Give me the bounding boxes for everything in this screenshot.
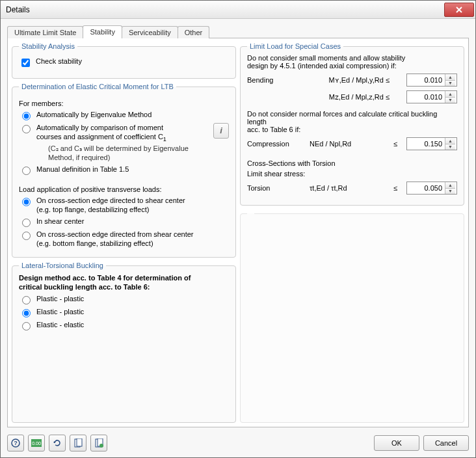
limit-note-bending: Do not consider small moments and allow … xyxy=(247,54,457,70)
torsion-spinner[interactable]: ▲▼ xyxy=(406,182,457,195)
leq-label: ≤ xyxy=(393,184,403,192)
standard-2-button[interactable] xyxy=(90,435,107,451)
tab-page-stability: Stability Analysis Check stability Deter… xyxy=(7,38,469,427)
leq-label: ≤ xyxy=(393,140,403,148)
close-button[interactable] xyxy=(444,3,474,17)
radio-edge-to-shear-center[interactable] xyxy=(22,198,31,206)
radio-manual-definition[interactable] xyxy=(22,167,31,175)
bending-ratio-y-label: Mʏ,Ed / Mpl,y,Rd ≤ xyxy=(310,76,390,85)
bending-z-spinner[interactable]: ▲▼ xyxy=(406,90,457,103)
tab-other[interactable]: Other xyxy=(178,26,210,38)
torsion-note: Limit shear stress: xyxy=(247,170,457,178)
check-stability-checkbox[interactable] xyxy=(21,59,30,67)
radio-plastic-plastic-label[interactable]: Plastic - plastic xyxy=(36,294,84,303)
radio-edge-from-shear-center-label[interactable]: On cross-section edge directed from shea… xyxy=(36,230,194,248)
group-stability-analysis: Stability Analysis Check stability xyxy=(12,42,236,79)
document-check-icon xyxy=(94,438,103,448)
title-bar: Details xyxy=(1,1,475,19)
spin-up[interactable]: ▲ xyxy=(445,74,455,81)
torsion-label: Torsion xyxy=(247,184,306,192)
spin-down[interactable]: ▼ xyxy=(445,81,455,87)
radio-in-shear-center-label[interactable]: In shear center xyxy=(36,217,84,226)
units-button[interactable]: 0.00 xyxy=(28,435,45,451)
compression-spinner[interactable]: ▲▼ xyxy=(406,137,457,150)
dialog-footer: ? 0.00 OK Cancel xyxy=(1,433,475,457)
radio-auto-comparison[interactable] xyxy=(22,125,31,133)
left-column: Stability Analysis Check stability Deter… xyxy=(12,42,236,423)
svg-text:0.00: 0.00 xyxy=(32,441,41,446)
radio-elastic-plastic-label[interactable]: Elastic - plastic xyxy=(36,307,84,316)
group-legend: Determination of Elastic Critical Moment… xyxy=(19,83,176,90)
radio-auto-comparison-label[interactable]: Automatically by comparison of moment co… xyxy=(36,123,189,162)
torsion-ratio-label: τt,Ed / τt,Rd xyxy=(310,184,390,192)
group-lateral-torsional-buckling: Lateral-Torsional Buckling Design method… xyxy=(12,262,236,423)
content-area: Ultimate Limit State Stability Serviceab… xyxy=(1,19,475,433)
load-application-label: Load application of positive transverse … xyxy=(19,185,229,193)
help-icon: ? xyxy=(11,438,20,448)
group-empty-placeholder: . xyxy=(240,209,464,423)
tab-ultimate-limit-state[interactable]: Ultimate Limit State xyxy=(7,26,83,38)
radio-auto-eigenvalue[interactable] xyxy=(22,112,31,120)
radio-elastic-plastic[interactable] xyxy=(22,309,31,317)
radio-in-shear-center[interactable] xyxy=(22,219,31,227)
group-legend: Lateral-Torsional Buckling xyxy=(19,262,106,269)
ok-button[interactable]: OK xyxy=(374,435,419,451)
bending-y-value[interactable] xyxy=(407,74,445,86)
reset-button[interactable] xyxy=(49,435,66,451)
decimal-icon: 0.00 xyxy=(31,439,42,447)
bending-y-spinner[interactable]: ▲▼ xyxy=(406,74,457,87)
group-legend: Stability Analysis xyxy=(19,42,77,50)
for-members-label: For members: xyxy=(19,100,229,107)
group-elastic-critical-moment: Determination of Elastic Critical Moment… xyxy=(12,83,236,258)
cancel-button[interactable]: Cancel xyxy=(423,435,469,451)
spin-up[interactable]: ▲ xyxy=(445,91,455,98)
torsion-header: Cross-Sections with Torsion xyxy=(247,159,457,167)
window-title: Details xyxy=(6,5,30,14)
check-stability-label[interactable]: Check stability xyxy=(36,57,82,66)
svg-text:?: ? xyxy=(14,440,18,446)
compression-ratio-label: NEd / Npl,Rd xyxy=(310,140,390,148)
info-icon: i xyxy=(220,126,222,135)
spin-up[interactable]: ▲ xyxy=(445,182,455,189)
bending-ratio-z-label: Mᴢ,Ed / Mpl,z,Rd ≤ xyxy=(310,93,390,101)
spin-down[interactable]: ▼ xyxy=(445,144,455,150)
bending-z-value[interactable] xyxy=(407,91,445,103)
document-icon xyxy=(73,438,83,448)
reset-icon xyxy=(53,438,62,448)
compression-value[interactable] xyxy=(407,138,445,150)
radio-plastic-plastic[interactable] xyxy=(22,296,31,304)
torsion-value[interactable] xyxy=(407,182,445,194)
tab-stability[interactable]: Stability xyxy=(83,25,122,38)
help-button[interactable]: ? xyxy=(7,435,24,451)
radio-edge-to-shear-center-label[interactable]: On cross-section edge directed to shear … xyxy=(36,196,185,214)
radio-auto-eigenvalue-label[interactable]: Automatically by Eigenvalue Method xyxy=(36,110,152,119)
dialog-window: Details Ultimate Limit State Stability S… xyxy=(0,0,476,458)
tab-strip: Ultimate Limit State Stability Serviceab… xyxy=(7,24,469,38)
design-method-header: Design method acc. to Table 4 for determ… xyxy=(19,273,229,291)
svg-point-8 xyxy=(99,444,103,448)
info-button[interactable]: i xyxy=(213,123,229,139)
radio-elastic-elastic[interactable] xyxy=(22,322,31,330)
group-legend: Limit Load for Special Cases xyxy=(247,42,343,50)
spin-down[interactable]: ▼ xyxy=(445,98,455,103)
radio-edge-from-shear-center[interactable] xyxy=(22,232,31,240)
standard-1-button[interactable] xyxy=(70,435,86,451)
bending-label: Bending xyxy=(247,76,306,84)
group-limit-load: Limit Load for Special Cases Do not cons… xyxy=(240,42,464,206)
close-icon xyxy=(455,6,463,14)
limit-note-compression: Do not consider normal forces and calcul… xyxy=(247,110,457,133)
right-column: Limit Load for Special Cases Do not cons… xyxy=(240,42,464,423)
spin-up[interactable]: ▲ xyxy=(445,138,455,144)
radio-manual-definition-label[interactable]: Manual definition in Table 1.5 xyxy=(36,165,129,174)
tab-serviceability[interactable]: Serviceability xyxy=(122,26,178,38)
spin-down[interactable]: ▼ xyxy=(445,189,455,195)
svg-rect-5 xyxy=(77,438,82,446)
compression-label: Compression xyxy=(247,140,306,148)
radio-elastic-elastic-label[interactable]: Elastic - elastic xyxy=(36,320,84,329)
